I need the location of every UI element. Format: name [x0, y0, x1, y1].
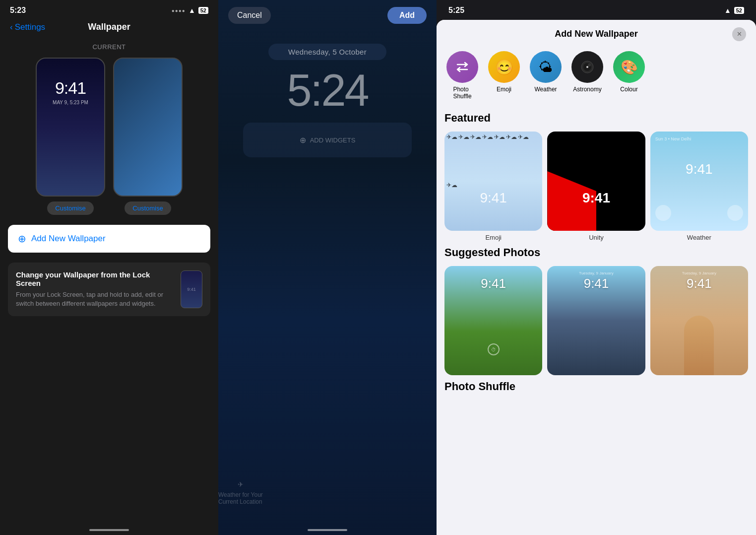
- info-text: Change your Wallpaper from the Lock Scre…: [16, 270, 173, 308]
- featured-phone-emoji: ✈☁ ✈☁ ✈☁ ✈☁ ✈☁ ✈☁ ✈☁ ✈☁ 9:41: [444, 132, 542, 231]
- colour-label: Colour: [620, 86, 637, 93]
- widgets-area[interactable]: ⊕ ADD WIDGETS: [243, 123, 412, 157]
- lockscreen-date: Wednesday, 5 October: [268, 44, 386, 60]
- plane-emoji-4: ✈☁: [482, 134, 493, 181]
- featured-phone-unity: 9:41: [547, 132, 645, 231]
- info-body: From your Lock Screen, tap and hold to a…: [16, 290, 173, 308]
- customise-home-button[interactable]: Customise: [125, 201, 171, 215]
- suggested-section: Suggested Photos 9:41 ⏱ Tuesday, 9 Janua…: [444, 246, 748, 375]
- category-colour[interactable]: 🎨 Colour: [613, 51, 645, 100]
- home-indicator-1: [89, 529, 129, 531]
- lockscreen-preview: Wednesday, 5 October 5:24 ⊕ ADD WIDGETS: [218, 29, 437, 535]
- back-button[interactable]: ‹ Settings: [10, 22, 45, 32]
- info-section: Change your Wallpaper from the Lock Scre…: [8, 263, 210, 316]
- plane-emoji-7: ✈☁: [518, 134, 529, 181]
- plane-emoji-5: ✈☁: [494, 134, 505, 181]
- nav-bar-1: ‹ Settings Wallpaper: [0, 18, 218, 38]
- chevron-left-icon: ‹: [10, 22, 13, 32]
- panel-add-wallpaper: 5:25 ▲ 52 Add New Wallpaper ✕ PhotoShuff…: [437, 0, 756, 535]
- colour-icon: 🎨: [613, 51, 645, 83]
- lockscreen-time: 5:24: [287, 68, 368, 113]
- portrait-person: [684, 316, 714, 375]
- weather-hint: ✈ Weather for YourCurrent Location: [218, 480, 263, 505]
- plane-emoji-1: ✈☁: [446, 134, 457, 181]
- astronomy-label: Astronomy: [573, 86, 601, 93]
- back-label[interactable]: Settings: [15, 22, 45, 32]
- lock-time: 9:41: [55, 78, 86, 98]
- featured-name-unity: Unity: [589, 234, 604, 241]
- category-emoji[interactable]: 😊 Emoji: [488, 51, 520, 100]
- phone-frame-lock: 9:41 MAY 9, 5:23 PM: [36, 58, 105, 197]
- status-bar-1: 5:23 ●●●● ▲ 52: [0, 0, 218, 18]
- top-bar-2: Cancel Add: [218, 0, 437, 29]
- wp-preview-lock: 9:41 MAY 9, 5:23 PM Customise: [36, 58, 105, 215]
- weather-widgets: [655, 205, 743, 221]
- photo-shuffle-icon: [446, 51, 478, 83]
- wifi-icon: ▲: [189, 6, 195, 14]
- add-confirm-button[interactable]: Add: [387, 7, 427, 24]
- time-1: 5:23: [10, 6, 26, 15]
- photo-shuffle-section-title: Photo Shuffle: [444, 380, 748, 393]
- modal-header: Add New Wallpaper ✕: [437, 20, 756, 46]
- location-icon: ✈: [238, 480, 244, 488]
- suggested-time-2: 9:41: [584, 276, 609, 291]
- battery-3: 52: [734, 7, 744, 14]
- suggested-card-building[interactable]: Tuesday, 9 January 9:41: [547, 266, 645, 375]
- photo-shuffle-label: PhotoShuffle: [453, 86, 471, 100]
- wifi-icon-3: ▲: [724, 6, 731, 14]
- featured-section-title: Featured: [444, 112, 748, 125]
- suggested-card-portrait[interactable]: Tuesday, 9 January 9:41: [650, 266, 748, 375]
- wallpaper-preview-area: 9:41 MAY 9, 5:23 PM Customise Customise: [0, 58, 218, 215]
- svg-point-3: [586, 66, 588, 68]
- status-bar-3: 5:25 ▲ 52: [437, 0, 756, 18]
- info-title: Change your Wallpaper from the Lock Scre…: [16, 270, 173, 287]
- status-icons-3: ▲ 52: [724, 6, 744, 14]
- weather-label: Weather: [534, 86, 557, 93]
- weather-location: Sun 3 • New Delhi: [655, 136, 743, 141]
- widget-icon-1: ⏱: [491, 347, 496, 352]
- wp-preview-home: Customise: [113, 58, 183, 215]
- svg-point-2: [588, 64, 591, 67]
- modal-content-scroll[interactable]: Featured ✈☁ ✈☁ ✈☁ ✈☁ ✈☁ ✈☁ ✈☁ ✈☁: [437, 108, 756, 535]
- add-wallpaper-button[interactable]: ⊕ Add New Wallpaper: [8, 225, 210, 253]
- suggested-widget-1: ⏱: [488, 343, 500, 355]
- close-modal-button[interactable]: ✕: [732, 27, 746, 41]
- panel-wallpaper-settings: 5:23 ●●●● ▲ 52 ‹ Settings Wallpaper CURR…: [0, 0, 218, 535]
- weather-widget-1: [655, 205, 671, 221]
- featured-card-unity[interactable]: 9:41 Unity: [547, 132, 645, 241]
- suggested-grid: 9:41 ⏱ Tuesday, 9 January 9:41 Tuesday, …: [444, 266, 748, 375]
- photo-shuffle-section: Photo Shuffle: [444, 380, 748, 410]
- weather-hint-text: Weather for YourCurrent Location: [218, 491, 263, 505]
- plus-circle-icon: ⊕: [18, 233, 26, 245]
- unity-red-shape: [547, 132, 596, 231]
- plane-emoji-3: ✈☁: [470, 134, 481, 181]
- signal-icon: ●●●●: [172, 8, 186, 13]
- featured-grid: ✈☁ ✈☁ ✈☁ ✈☁ ✈☁ ✈☁ ✈☁ ✈☁ 9:41 Emoji: [444, 132, 748, 241]
- category-scroll: PhotoShuffle 😊 Emoji 🌤 Weather: [437, 46, 756, 108]
- home-indicator-2: [308, 529, 347, 531]
- phone-frame-home: [113, 58, 183, 197]
- customise-lock-button[interactable]: Customise: [47, 201, 93, 215]
- featured-name-emoji: Emoji: [485, 234, 502, 241]
- category-weather[interactable]: 🌤 Weather: [530, 51, 562, 100]
- astronomy-icon: [571, 51, 603, 83]
- suggested-time-1: 9:41: [481, 276, 506, 291]
- add-widgets-label: ADD WIDGETS: [310, 136, 356, 144]
- panel-lockscreen-preview: Cancel Add Wednesday, 5 October 5:24 ⊕ A…: [218, 0, 437, 535]
- suggested-card-aerial[interactable]: 9:41 ⏱: [444, 266, 542, 375]
- suggested-section-title: Suggested Photos: [444, 246, 748, 259]
- category-astronomy[interactable]: Astronomy: [571, 51, 603, 100]
- emoji-label: Emoji: [497, 86, 511, 93]
- category-photo-shuffle[interactable]: PhotoShuffle: [446, 51, 478, 100]
- featured-card-emoji[interactable]: ✈☁ ✈☁ ✈☁ ✈☁ ✈☁ ✈☁ ✈☁ ✈☁ 9:41 Emoji: [444, 132, 542, 241]
- featured-phone-weather: Sun 3 • New Delhi 9:41: [650, 132, 748, 231]
- building-date: Tuesday, 9 January: [579, 271, 613, 275]
- featured-card-weather[interactable]: Sun 3 • New Delhi 9:41 Weather: [650, 132, 748, 241]
- battery-indicator: 52: [198, 7, 208, 14]
- cancel-button[interactable]: Cancel: [228, 7, 271, 24]
- page-title: Wallpaper: [88, 22, 130, 32]
- plane-emoji-6: ✈☁: [506, 134, 517, 181]
- plane-emoji-2: ✈☁: [458, 134, 469, 181]
- weather-widget-2: [727, 205, 743, 221]
- close-icon: ✕: [737, 30, 742, 38]
